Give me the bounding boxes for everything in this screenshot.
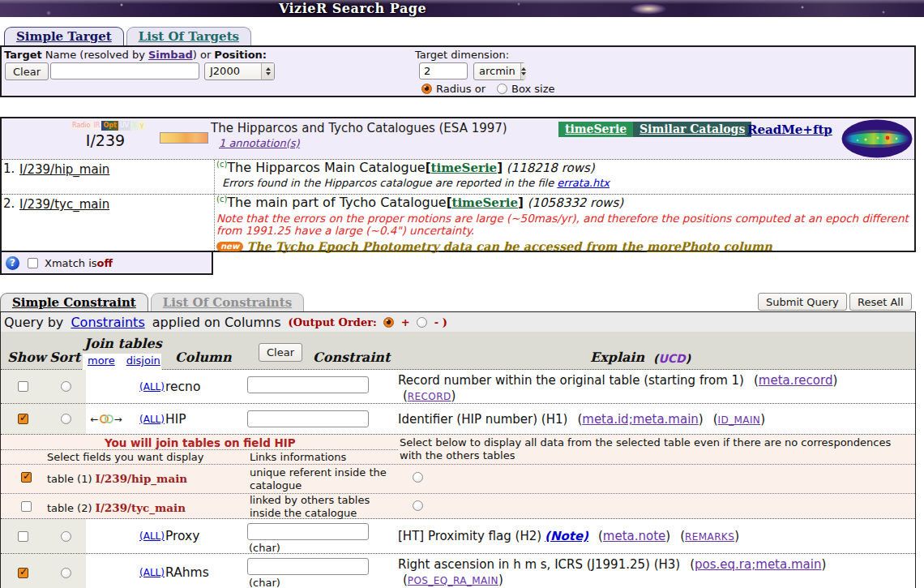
constraint-row-hip: (ALL) HIP Identifier (HIP number) (H1)(m… (1, 404, 915, 435)
table2-radio[interactable] (413, 500, 423, 511)
xmatch-state: off (97, 257, 113, 269)
ucd-meta-link[interactable]: meta.note (603, 529, 665, 543)
old-ucd-link[interactable]: RECORD (408, 391, 451, 402)
sort-radio[interactable] (61, 414, 71, 424)
tycho-epoch-photometry-link[interactable]: Tycho Epoch Photometry (276, 239, 439, 253)
dotted-divider (1, 449, 398, 450)
table-title-line: (c)The main part of Tycho Catalogue[time… (216, 195, 909, 210)
tab-simple-constraint[interactable]: Simple Constraint (0, 293, 148, 312)
target-name-input[interactable] (50, 62, 199, 79)
ucd-meta-link[interactable]: pos.eq.ra;meta.main (695, 557, 821, 572)
all-link[interactable]: (ALL) (139, 530, 165, 542)
waveband-x: X (130, 121, 138, 131)
waveband-bar: RadioIROptUVXγ (71, 121, 145, 131)
table1-radio[interactable] (413, 472, 423, 483)
morephoto-link[interactable]: morePhoto (647, 239, 719, 253)
coord-system-select[interactable]: J2000 (204, 62, 275, 80)
tab-simple-target[interactable]: Simple Target (4, 27, 124, 46)
sort-radio[interactable] (61, 381, 71, 392)
similar-catalogs-button[interactable]: Similar Catalogs (633, 122, 751, 137)
stepper-icon[interactable] (261, 63, 274, 79)
old-ucd-link[interactable]: POS_EQ_RA_MAIN (408, 575, 498, 586)
join-links: more disjoin (83, 354, 161, 370)
tyc-main-link[interactable]: I/239/tyc_main (19, 197, 109, 212)
join-warning: You will join tables on field HIP (105, 436, 296, 449)
errata-link[interactable]: errata.htx (557, 177, 610, 189)
all-link[interactable]: (ALL) (139, 381, 165, 393)
page-banner: VizieR Search Page (0, 0, 924, 17)
constraint-input[interactable] (247, 410, 369, 427)
clear-constraints-button[interactable]: Clear (259, 343, 302, 362)
annotations-link[interactable]: 1 annotation(s) (219, 137, 300, 149)
constraints-link[interactable]: Constraints (71, 315, 144, 330)
catalog-table-row-hip: 1. I/239/hip_main (c)The Hipparcos Main … (2, 159, 914, 194)
old-ucd-link[interactable]: ID_MAIN (718, 414, 761, 426)
bracket: [ (426, 161, 431, 175)
table1-select-checkbox[interactable] (21, 472, 32, 483)
dimension-input[interactable] (419, 62, 468, 79)
timeserie-button[interactable]: timeSerie (558, 122, 633, 137)
readme-ftp-link[interactable]: ReadMe+ftp (747, 122, 839, 139)
tab-list-of-targets[interactable]: List Of Targets (126, 27, 251, 46)
stepper-icon[interactable] (520, 63, 526, 79)
photo-text: The (246, 239, 276, 253)
clear-target-button[interactable]: Clear (5, 62, 49, 80)
column-type: (char) (249, 577, 398, 588)
table1-link[interactable]: I/239/hip_main (96, 472, 187, 485)
submit-query-button[interactable]: Submit Query (758, 293, 847, 311)
ucd-meta-link[interactable]: meta.id;meta.main (582, 412, 699, 427)
paren: ) (498, 573, 503, 587)
all-link[interactable]: (ALL) (139, 414, 165, 425)
explain-text: [HT] Proximity flag (H2) (398, 529, 541, 543)
ucd-meta-link[interactable]: meta.record (759, 373, 833, 388)
table2-select-checkbox[interactable] (21, 501, 32, 512)
dimension-unit-select[interactable]: arcmin (473, 62, 525, 80)
note-link[interactable]: (Note) (545, 529, 588, 543)
coord-system-value: J2000 (205, 63, 261, 79)
timeserie-link[interactable]: timeSerie (451, 195, 518, 210)
show-checkbox[interactable] (18, 414, 28, 424)
show-checkbox[interactable] (18, 381, 28, 392)
vizier-search-page: VizieR Search Page Simple Target List Of… (0, 0, 924, 588)
timeserie-link[interactable]: timeSerie (431, 161, 498, 175)
radius-label: Radius or (436, 83, 486, 95)
box-size-radio[interactable] (497, 84, 507, 94)
position-word: Position: (214, 49, 267, 61)
order-asc-radio[interactable] (383, 317, 394, 328)
constraint-input[interactable] (247, 523, 369, 540)
constraint-input[interactable] (247, 376, 369, 393)
sort-radio[interactable] (61, 568, 71, 578)
more-link[interactable]: more (88, 354, 115, 370)
proper-motion-warning: Note that the errors on the proper motio… (216, 212, 909, 237)
allsky-map-image[interactable] (841, 119, 913, 158)
sort-header: Sort (49, 350, 80, 365)
waveband-radio: Radio (71, 121, 92, 131)
order-desc-radio[interactable] (417, 317, 427, 328)
density-scale-bar (160, 132, 208, 144)
join-note: Select below to display all data from th… (400, 436, 910, 462)
disjoin-link[interactable]: disjoin (126, 354, 160, 370)
reset-all-button[interactable]: Reset All (849, 293, 912, 311)
join-tables-header: Join tables (84, 336, 162, 351)
table-title: The Hipparcos Main Catalogue (227, 160, 425, 175)
ucd-link[interactable]: UCD (658, 352, 685, 365)
table2-link[interactable]: I/239/tyc_main (96, 501, 186, 514)
show-checkbox[interactable] (18, 568, 28, 578)
radius-radio[interactable] (421, 84, 432, 94)
fields-header: Select fields you want display (47, 451, 203, 463)
all-link[interactable]: (ALL) (139, 567, 165, 578)
target-label: Target Name (resolved by Simbad) or Posi… (4, 49, 267, 61)
constraint-input[interactable] (247, 558, 369, 575)
xmatch-checkbox[interactable] (28, 258, 38, 268)
help-icon[interactable]: ? (6, 256, 19, 270)
simbad-link[interactable]: Simbad (148, 49, 193, 61)
old-ucd-link[interactable]: REMARKS (685, 531, 734, 543)
column-header: Column (175, 350, 232, 365)
show-checkbox[interactable] (18, 531, 28, 542)
table-title: The main part of Tycho Catalogue (227, 195, 446, 210)
constraint-header: Constraint (313, 350, 390, 365)
hip-main-link[interactable]: I/239/hip_main (19, 162, 109, 177)
tab-list-of-constraints[interactable]: List Of Constraints (151, 293, 304, 312)
sort-radio[interactable] (61, 531, 71, 542)
dimension-mode-radios: Radius or Box size (421, 83, 567, 95)
